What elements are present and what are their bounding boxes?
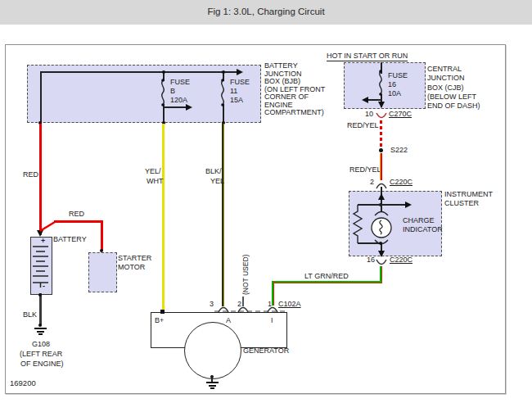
wire-blk-yel — [222, 124, 224, 306]
fuse-b-label: FUSE — [170, 78, 190, 86]
fuse-b-tap-line — [164, 106, 186, 108]
wire-red-main — [39, 124, 42, 235]
c220c-bottom-pin: 16 — [367, 256, 375, 264]
wire-label-blk-yel-line: BLK/ — [205, 167, 222, 175]
ground-g108-label: G108 — [32, 340, 50, 348]
cjb-label-line: (BELOW LEFT — [427, 93, 476, 101]
cjb-label-line: END OF DASH) — [427, 102, 480, 110]
fuse-11-label: FUSE — [230, 78, 250, 86]
bjb-label-line: BATTERY — [264, 61, 298, 70]
c220c-top-pin: 2 — [370, 178, 374, 186]
c220c-bottom-connector-label[interactable]: C220C — [390, 256, 413, 264]
cjb-label-line: JUNCTION — [427, 74, 465, 82]
terminal-i-label: I — [271, 316, 273, 324]
generator-circle — [184, 322, 241, 379]
junction-dot — [38, 293, 42, 297]
wire-blk — [39, 293, 42, 326]
wire-red-yel-dashed — [380, 120, 382, 148]
ground-symbol-icon — [38, 333, 43, 335]
cluster-branch-arrow-icon — [405, 202, 412, 208]
wire-label-yel-wht-line: WHT — [147, 177, 164, 185]
terminal-a-label: A — [226, 316, 231, 324]
splice-s222-label: S222 — [390, 146, 408, 154]
ground-location-line: OF ENGINE) — [20, 360, 64, 368]
bjb-label-line: CORNER OF — [264, 93, 309, 101]
wire-yel-wht — [162, 124, 165, 312]
fuse-b-id: B — [170, 87, 175, 95]
fuse-16-label: FUSE — [388, 71, 408, 79]
c220c-bottom-connector-icon — [376, 259, 387, 266]
wire-lt-grn-red-h — [272, 281, 382, 283]
cjb-tap-arrow-icon — [362, 97, 368, 103]
ground-location-line: (LEFT REAR — [20, 350, 62, 358]
fuse-16-id: 16 — [388, 80, 396, 88]
fuse-11-rating: 15A — [230, 96, 243, 104]
c220c-top-connector-label[interactable]: C220C — [390, 178, 413, 186]
resistor-icon — [353, 205, 363, 244]
junction-dot — [222, 70, 225, 74]
cluster-up-arrow-icon — [378, 193, 385, 200]
instrument-cluster-label-line: CLUSTER — [444, 199, 479, 207]
terminal-bplus-label: B+ — [155, 316, 164, 324]
c102a-connector-label[interactable]: C102A — [278, 300, 301, 308]
fuse-b-rating: 120A — [170, 96, 187, 104]
fuse-b-tap-arrow-icon — [186, 104, 192, 111]
wire-label-yel-wht-line: YEL/ — [145, 167, 161, 175]
junction-dot — [162, 70, 165, 74]
splice-s222-dot — [379, 148, 383, 152]
ground-symbol-icon — [37, 331, 44, 333]
wire-label-red-main: RED — [23, 170, 38, 179]
pin2-stub-line — [242, 297, 244, 306]
hot-in-start-or-run-label: HOT IN START OR RUN — [327, 52, 408, 61]
wire-label-red-yel-upper: RED/YEL — [347, 121, 379, 129]
sheet-id: 169200 — [10, 379, 36, 387]
fuse-b-icon — [158, 79, 169, 106]
wiring-diagram-page: Fig 1: 3.0L, Charging Circuit FUSE B 120… — [0, 0, 532, 403]
cjb-tap-line — [367, 99, 381, 101]
wire-label-blk-yel-line: YEL — [210, 177, 224, 185]
wire-label-lt-grn-red: LT GRN/RED — [304, 272, 349, 280]
ground-symbol-icon — [206, 382, 219, 383]
battery-cells-icon — [31, 245, 50, 288]
wire-red-branch-diagonal — [39, 220, 56, 233]
battery-plus-sign: + — [41, 237, 45, 245]
fuse-11-id: 11 — [230, 87, 237, 95]
wire-label-red-branch: RED — [69, 210, 84, 218]
cjb-label-line: BOX (CJB) — [427, 84, 464, 92]
bjb-label-line: COMPARTMENT) — [264, 108, 324, 116]
generator-label: GENERATOR — [243, 346, 289, 355]
cluster-output-arrow-icon — [378, 251, 385, 257]
fuse-16-rating: 10A — [388, 89, 401, 97]
charge-indicator-lamp-icon — [368, 210, 394, 246]
battery-label: BATTERY — [53, 235, 87, 243]
wire-label-blk: BLK — [23, 310, 37, 319]
wire-lt-grn-red-v1 — [380, 266, 382, 283]
starter-motor-box — [88, 252, 117, 292]
bplus-stud-dot — [160, 310, 165, 314]
cjb-output-arrow-icon — [378, 102, 385, 108]
c270c-connector-icon — [376, 112, 387, 120]
charge-indicator-label-line: CHARGE — [403, 216, 435, 224]
figure-header: Fig 1: 3.0L, Charging Circuit — [0, 0, 532, 25]
instrument-cluster-label-line: INSTRUMENT — [444, 190, 493, 198]
starter-motor-label-line: STARTER — [118, 254, 151, 262]
bus-continuation-arrow-icon — [237, 69, 243, 75]
not-used-label: (NOT USED) — [241, 257, 250, 295]
cjb-label-line: CENTRAL — [427, 65, 462, 73]
wire-label-red-yel-lower: RED/YEL — [349, 165, 381, 174]
c270c-connector-label[interactable]: C270C — [389, 110, 412, 118]
charge-indicator-label-line: INDICATOR — [403, 225, 443, 233]
cluster-branch-line — [358, 204, 406, 206]
wire-lt-grn-red-v2 — [272, 281, 274, 306]
ground-symbol-icon — [34, 328, 47, 329]
bjb-bus-line — [40, 71, 237, 73]
fuse-11-icon — [218, 79, 228, 106]
wire-red-yel-solid — [380, 153, 382, 180]
ground-symbol-icon — [209, 385, 216, 387]
bjb-left-feed-line — [40, 71, 42, 124]
wire-red-branch-v — [101, 220, 103, 251]
starter-motor-label-line: MOTOR — [118, 263, 145, 271]
bjb-label-line: BOX (BJB) — [264, 77, 300, 85]
fuse-16-icon — [376, 70, 386, 96]
wire-red-branch-h — [54, 220, 102, 223]
